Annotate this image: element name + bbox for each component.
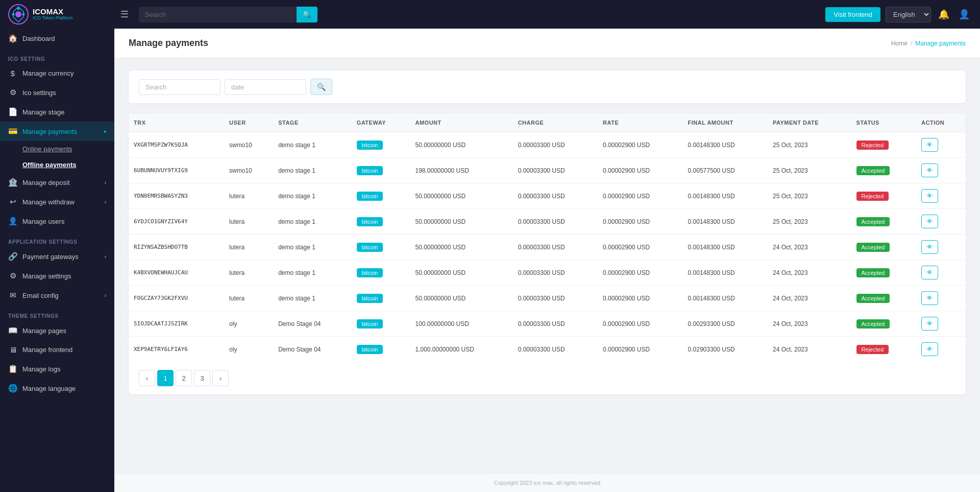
topnav-search-button[interactable]: 🔍 xyxy=(297,7,317,22)
sidebar-item-ico-settings[interactable]: ⚙ Ico settings xyxy=(0,83,114,102)
sidebar-item-email-config[interactable]: ✉ Email config › xyxy=(0,286,114,305)
view-action-button[interactable]: 👁 xyxy=(921,266,938,279)
payments-icon: 💳 xyxy=(8,127,17,136)
sidebar-item-manage-payments[interactable]: 💳 Manage payments ▾ xyxy=(0,122,114,141)
sidebar-item-manage-stage[interactable]: 📄 Manage stage xyxy=(0,102,114,122)
manage-settings-icon: ⚙ xyxy=(8,271,17,280)
cell-date: 24 Oct, 2023 xyxy=(768,235,851,260)
pagination-page-2-button[interactable]: 2 xyxy=(176,370,192,386)
cell-final: 0.00148300 USD xyxy=(683,286,768,311)
view-action-button[interactable]: 👁 xyxy=(921,317,938,331)
pagination-next-button[interactable]: › xyxy=(212,370,229,386)
cell-gateway: bitcoin xyxy=(352,158,410,183)
cell-action: 👁 xyxy=(916,286,966,311)
cell-gateway: bitcoin xyxy=(352,286,410,311)
cell-user: lutera xyxy=(224,209,273,235)
language-selector[interactable]: English French Spanish xyxy=(886,7,931,22)
cell-amount: 50.00000000 USD xyxy=(410,209,512,235)
view-action-button[interactable]: 👁 xyxy=(921,342,938,356)
sidebar-manage-settings-label: Manage settings xyxy=(22,272,71,280)
topnav-search-bar: 🔍 xyxy=(139,7,317,22)
cell-amount: 50.00000000 USD xyxy=(410,132,512,158)
sidebar-item-manage-logs[interactable]: 📋 Manage logs xyxy=(0,359,114,379)
table-row: VXGRTMSPZW7KSQJA swmo10 demo stage 1 bit… xyxy=(129,132,966,158)
table-row: 5IOJDCAATJJSZIRK oly Demo Stage 04 bitco… xyxy=(129,311,966,337)
svg-point-4 xyxy=(22,13,25,16)
email-icon: ✉ xyxy=(8,291,17,300)
cell-amount: 100.00000000 USD xyxy=(410,311,512,337)
cell-final: 0.00148300 USD xyxy=(683,235,768,260)
topnav-search-input[interactable] xyxy=(139,7,297,22)
filter-search-input[interactable] xyxy=(139,79,220,95)
chevron-right-icon-2: › xyxy=(105,199,106,205)
currency-icon: $ xyxy=(8,69,17,78)
hamburger-button[interactable]: ☰ xyxy=(116,7,133,22)
sidebar-item-payment-gateways[interactable]: 🔗 Payment gateways › xyxy=(0,247,114,266)
cell-final: 0.02903300 USD xyxy=(683,337,768,362)
cell-final: 0.00577500 USD xyxy=(683,158,768,183)
filter-search-button[interactable]: 🔍 xyxy=(310,79,332,95)
gateway-icon: 🔗 xyxy=(8,252,17,261)
logo[interactable]: ICOMAX ICO Token Platform xyxy=(8,4,110,25)
cell-stage: demo stage 1 xyxy=(273,235,352,260)
sidebar-item-manage-frontend[interactable]: 🖥 Manage frontend xyxy=(0,340,114,359)
settings-icon: ⚙ xyxy=(8,88,17,97)
notifications-bell-icon[interactable]: 🔔 xyxy=(936,7,951,22)
payments-table-container: TRX USER STAGE GATEWAY AMOUNT CHARGE RAT… xyxy=(129,113,966,394)
pagination-page-1-button[interactable]: 1 xyxy=(157,370,174,386)
sidebar-dashboard-label: Dashboard xyxy=(22,35,55,42)
cell-amount: 50.00000000 USD xyxy=(410,286,512,311)
cell-status: Accepted xyxy=(851,260,917,286)
sidebar-manage-language-label: Manage language xyxy=(22,385,76,392)
status-badge: Accepted xyxy=(856,243,890,252)
table-row: 6YDJCO1GNYZIV64Y lutera demo stage 1 bit… xyxy=(129,209,966,235)
cell-charge: 0.00003300 USD xyxy=(513,183,598,209)
cell-final: 0.00293300 USD xyxy=(683,311,768,337)
cell-charge: 0.00003300 USD xyxy=(513,209,598,235)
view-action-button[interactable]: 👁 xyxy=(921,138,938,152)
filter-date-input[interactable] xyxy=(225,79,306,95)
cell-status: Accepted xyxy=(851,235,917,260)
withdraw-icon: ↩ xyxy=(8,197,17,206)
pagination-prev-button[interactable]: ‹ xyxy=(139,370,155,386)
cell-user: oly xyxy=(224,311,273,337)
cell-charge: 0.00003300 USD xyxy=(513,286,598,311)
sidebar-item-manage-language[interactable]: 🌐 Manage language xyxy=(0,379,114,398)
pagination: ‹123› xyxy=(129,362,966,394)
table-row: 6UBUNNUVUY9TXIG9 swmo10 demo stage 1 bit… xyxy=(129,158,966,183)
cell-final: 0.00148300 USD xyxy=(683,183,768,209)
user-avatar-icon[interactable]: 👤 xyxy=(957,7,972,22)
cell-date: 25 Oct, 2023 xyxy=(768,158,851,183)
view-action-button[interactable]: 👁 xyxy=(921,215,938,228)
cell-trx: RIZYNSAZBSHDO7TB xyxy=(129,235,224,260)
sidebar-item-manage-currency[interactable]: $ Manage currency xyxy=(0,64,114,83)
sidebar-item-manage-users[interactable]: 👤 Manage users xyxy=(0,212,114,231)
visit-frontend-button[interactable]: Visit frontend xyxy=(825,7,880,22)
cell-amount: 1,000.00000000 USD xyxy=(410,337,512,362)
view-action-button[interactable]: 👁 xyxy=(921,163,938,177)
view-action-button[interactable]: 👁 xyxy=(921,189,938,203)
status-badge: Rejected xyxy=(856,345,889,354)
footer-copyright: Copyright 2023 ico max, all rights reser… xyxy=(114,473,980,492)
pagination-page-3-button[interactable]: 3 xyxy=(194,370,210,386)
breadcrumb-home-link[interactable]: Home xyxy=(891,40,908,47)
view-action-button[interactable]: 👁 xyxy=(921,291,938,305)
col-action: ACTION xyxy=(916,113,966,132)
view-action-button[interactable]: 👁 xyxy=(921,240,938,254)
cell-action: 👁 xyxy=(916,158,966,183)
sidebar-item-manage-withdraw[interactable]: ↩ Manage withdraw › xyxy=(0,192,114,212)
sidebar-sub-online-payments[interactable]: Online payments xyxy=(22,141,114,157)
gateway-badge: bitcoin xyxy=(357,192,383,201)
cell-stage: Demo Stage 04 xyxy=(273,337,352,362)
sidebar-item-manage-pages[interactable]: 📖 Manage pages xyxy=(0,321,114,340)
payments-submenu: Online payments Offline payments xyxy=(0,141,114,173)
cell-gateway: bitcoin xyxy=(352,260,410,286)
sidebar-item-manage-deposit[interactable]: 🏦 Manage deposit › xyxy=(0,173,114,192)
cell-date: 25 Oct, 2023 xyxy=(768,183,851,209)
sidebar-item-dashboard[interactable]: 🏠 Dashboard xyxy=(0,29,114,48)
sidebar-item-manage-settings[interactable]: ⚙ Manage settings xyxy=(0,266,114,286)
chevron-right-icon-4: › xyxy=(105,293,106,298)
sidebar-sub-offline-payments[interactable]: Offline payments xyxy=(22,157,114,173)
payments-table: TRX USER STAGE GATEWAY AMOUNT CHARGE RAT… xyxy=(129,113,966,362)
cell-action: 👁 xyxy=(916,235,966,260)
